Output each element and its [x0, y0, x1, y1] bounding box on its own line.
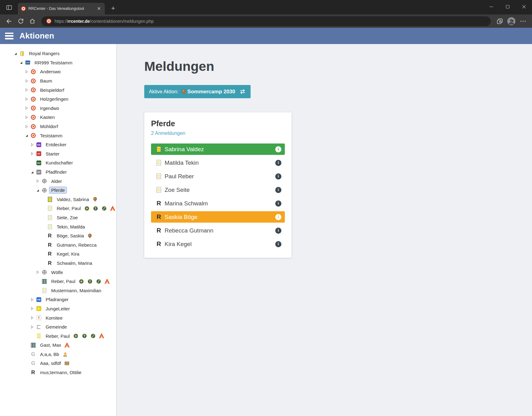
- tree-item[interactable]: Royal Rangers: [0, 49, 116, 58]
- tree-item[interactable]: Holzgerlingen: [0, 95, 116, 104]
- expander-closed-icon[interactable]: [36, 270, 41, 274]
- minimize-button[interactable]: [483, 0, 499, 14]
- expander-closed-icon[interactable]: [30, 298, 35, 301]
- info-button[interactable]: i: [275, 241, 281, 247]
- tree-item[interactable]: RRRR999 Teststamm: [0, 58, 116, 67]
- tree-item-label[interactable]: Pfadranger: [43, 296, 71, 303]
- tree-item-label[interactable]: Beispieldorf: [38, 87, 66, 94]
- tree-item-label[interactable]: Gast, Max: [38, 341, 63, 349]
- tree-item-label[interactable]: Alder: [49, 178, 64, 185]
- tree-item-label[interactable]: Schwalm, Marina: [55, 260, 94, 267]
- info-button[interactable]: i: [275, 228, 281, 234]
- expander-closed-icon[interactable]: [25, 115, 30, 119]
- tree-item[interactable]: GAaa, sdfdf: [0, 359, 116, 368]
- tree-item[interactable]: Pferde: [0, 186, 116, 195]
- url-bar[interactable]: https://rrcenter.de/content/aktionen/mel…: [41, 16, 491, 26]
- tree-item[interactable]: Wölfe: [0, 268, 116, 277]
- info-button[interactable]: i: [275, 214, 281, 220]
- tree-item-label[interactable]: Mühldorf: [38, 123, 60, 130]
- card-subtitle[interactable]: 2 Anmeldungen: [151, 131, 285, 136]
- tree-item[interactable]: Gast, Max: [0, 341, 116, 350]
- tree-item[interactable]: Anderswo: [0, 67, 116, 76]
- expander-open-icon[interactable]: [25, 134, 30, 137]
- meldung-row[interactable]: RKira Kegeli: [151, 238, 285, 250]
- info-button[interactable]: i: [275, 160, 281, 166]
- tree-item[interactable]: PRPfadranger: [0, 295, 116, 304]
- expander-closed-icon[interactable]: [25, 106, 30, 110]
- expander-closed-icon[interactable]: [25, 125, 30, 128]
- tree-item[interactable]: Kaoten: [0, 113, 116, 122]
- expander-open-icon[interactable]: [19, 61, 24, 64]
- tree-item-label[interactable]: JungeLeiter: [43, 305, 72, 312]
- tree-item-label[interactable]: RR999 Teststamm: [32, 59, 75, 66]
- expander-closed-icon[interactable]: [25, 79, 30, 83]
- meldung-row[interactable]: RMarina Schwalmi: [151, 198, 285, 209]
- tree-item-label[interactable]: Kaoten: [38, 114, 57, 121]
- tree-item-label[interactable]: mus;termann, Ottilie: [38, 369, 84, 376]
- tree-item[interactable]: RKegel, Kira: [0, 249, 116, 259]
- refresh-icon[interactable]: [15, 16, 27, 26]
- home-icon[interactable]: [27, 16, 38, 26]
- swap-arrows-icon[interactable]: [239, 89, 246, 94]
- hamburger-icon[interactable]: [5, 33, 14, 39]
- tree-item-label[interactable]: Komitee: [43, 314, 65, 321]
- tree-item-label[interactable]: Mustermann, Maximilian: [49, 287, 104, 294]
- expander-open-icon[interactable]: [30, 170, 35, 174]
- tree-item-label[interactable]: Anderswo: [38, 68, 63, 75]
- expander-closed-icon[interactable]: [30, 307, 35, 310]
- tree-item[interactable]: Mustermann, Maximilian: [0, 286, 116, 295]
- collections-icon[interactable]: [494, 16, 505, 26]
- maximize-button[interactable]: [499, 0, 516, 14]
- info-button[interactable]: i: [275, 146, 281, 152]
- tree-item[interactable]: Alder: [0, 176, 116, 186]
- meldung-row[interactable]: Paul Reberi: [151, 171, 285, 182]
- meldung-row[interactable]: Zoe Seitei: [151, 184, 285, 196]
- tree-item[interactable]: STStarter: [0, 149, 116, 159]
- expander-closed-icon[interactable]: [30, 152, 35, 155]
- tree-item[interactable]: Reber, Paul: [0, 204, 116, 213]
- tree-item-label[interactable]: Irgendwo: [38, 105, 61, 112]
- tree-item-label[interactable]: Pferde: [49, 187, 67, 194]
- tree-item-label[interactable]: Kegel, Kira: [55, 250, 81, 257]
- tree-item-label[interactable]: Wölfe: [49, 269, 65, 276]
- tree-item-label[interactable]: Tekin, Matilda: [55, 223, 87, 230]
- tree-item-label[interactable]: Starter: [43, 150, 62, 157]
- tree-item-label[interactable]: Reber, Paul: [49, 278, 77, 285]
- expander-closed-icon[interactable]: [30, 316, 35, 320]
- tree-item-label[interactable]: Aaa, sdfdf: [38, 360, 63, 367]
- tree-item-label[interactable]: Kundschafter: [43, 159, 75, 166]
- browser-tab[interactable]: RRCenter - Das Verwaltungstool ✕: [18, 3, 105, 14]
- tree-item[interactable]: Rmus;termann, Ottilie: [0, 368, 116, 377]
- tree-item[interactable]: Seite, Zoe: [0, 213, 116, 222]
- tree-item-label[interactable]: Valdez, Sabrina: [55, 196, 91, 203]
- tree-item-label[interactable]: A;a,a, Bb: [38, 351, 61, 358]
- tree-item-label[interactable]: Teststamm: [38, 132, 65, 139]
- tree-item[interactable]: Mühldorf: [0, 122, 116, 131]
- tree-item-label[interactable]: Entdecker: [43, 141, 69, 148]
- more-menu-icon[interactable]: [517, 16, 529, 26]
- tree-item-label[interactable]: Royal Rangers: [27, 50, 62, 57]
- tree-item-label[interactable]: Gemeinde: [43, 323, 69, 330]
- tree-item[interactable]: ENEntdecker: [0, 140, 116, 149]
- close-window-button[interactable]: [516, 0, 532, 14]
- tree-item-label[interactable]: Seite, Zoe: [55, 214, 80, 221]
- tree-item[interactable]: Reber, Paul: [0, 331, 116, 341]
- tree-item[interactable]: RBöge, Saskia: [0, 231, 116, 240]
- info-button[interactable]: i: [275, 187, 281, 193]
- tree-item[interactable]: Tekin, Matilda: [0, 222, 116, 231]
- expander-closed-icon[interactable]: [30, 325, 35, 329]
- meldung-row[interactable]: RSaskia Bögei: [151, 211, 285, 223]
- tree-item[interactable]: Valdez, Sabrina: [0, 195, 116, 204]
- tree-item-label[interactable]: Reber, Paul: [43, 333, 72, 340]
- tree-item-label[interactable]: Baum: [38, 77, 54, 84]
- expander-closed-icon[interactable]: [25, 97, 30, 101]
- tree-item[interactable]: Beispieldorf: [0, 85, 116, 95]
- tree-item[interactable]: Gemeinde: [0, 322, 116, 332]
- tree-item[interactable]: Teststamm: [0, 131, 116, 140]
- expander-closed-icon[interactable]: [30, 143, 35, 147]
- back-arrow-icon[interactable]: [3, 16, 15, 26]
- expander-open-icon[interactable]: [14, 52, 19, 55]
- tree-item[interactable]: PFPfadfinder: [0, 168, 116, 177]
- tree-item[interactable]: RSchwalm, Marina: [0, 259, 116, 268]
- tree-item[interactable]: JLJungeLeiter: [0, 304, 116, 313]
